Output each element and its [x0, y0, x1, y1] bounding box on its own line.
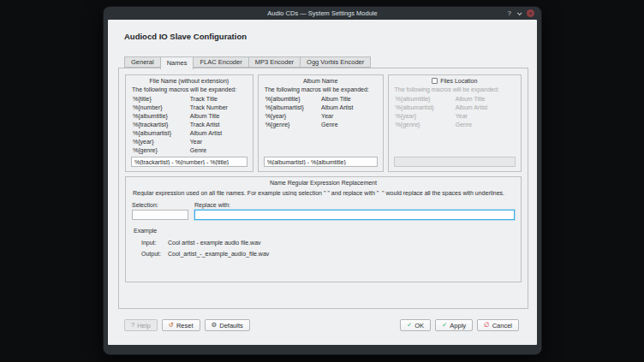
help-icon: ?	[131, 322, 134, 329]
macro-token: %{trackartist}	[133, 122, 190, 128]
file-name-pattern-input[interactable]	[131, 157, 247, 167]
macro-token: %{albumtitle}	[396, 96, 456, 102]
example-input-value: Cool artist - example audio file.wav	[168, 240, 261, 246]
settings-window: Audio CDs — System Settings Module ? × A…	[103, 6, 542, 355]
macro-row: %{albumtitle}Album Title	[264, 94, 378, 103]
regex-inputs-row: Selection: Replace with:	[132, 202, 515, 220]
titlebar[interactable]: Audio CDs — System Settings Module ? ×	[104, 7, 541, 20]
files-location-group: Files Location The following macros will…	[388, 74, 522, 172]
tab-bar: General Names FLAC Encoder MP3 Encoder O…	[124, 56, 370, 69]
macro-description: Genre	[190, 147, 247, 153]
example-output-label: Output:	[141, 251, 168, 257]
macro-row: %{genre}Genre	[394, 120, 516, 128]
macro-description: Album Artist	[321, 104, 377, 110]
macro-description: Genre	[321, 122, 377, 128]
help-button: ? Help	[124, 319, 158, 331]
regex-replacement-group: Name Regular Expression Replacement Regu…	[125, 176, 522, 282]
reset-icon: ↺	[169, 322, 174, 329]
tab-ogg-vorbis-encoder[interactable]: Ogg Vorbis Encoder	[300, 56, 371, 68]
defaults-button[interactable]: ⚙ Defaults	[205, 319, 250, 331]
selection-input[interactable]	[132, 210, 188, 220]
apply-button[interactable]: ✓ Apply	[435, 319, 473, 331]
macro-token: %{title}	[133, 96, 190, 102]
macro-description: Year	[456, 113, 516, 119]
macro-row: %{year}Year	[264, 111, 378, 120]
macro-description: Genre	[456, 122, 516, 128]
macro-row: %{albumartist}Album Artist	[394, 103, 516, 111]
macro-description: Album Artist	[456, 104, 516, 110]
macro-description: Album Title	[321, 96, 377, 102]
tab-general[interactable]: General	[124, 56, 161, 68]
file-name-group-intro: The following macros will be expanded:	[132, 86, 247, 92]
macro-token: %{albumartist}	[396, 104, 456, 110]
close-button[interactable]: ×	[527, 9, 534, 17]
macro-token: %{albumtitle}	[133, 113, 190, 119]
macro-description: Album Artist	[190, 130, 247, 136]
footer-right-buttons: ✓ OK ✓ Apply ∅ Cancel	[400, 319, 519, 331]
files-location-pattern-input	[394, 157, 516, 167]
macro-token: %{year}	[396, 113, 456, 119]
titlebar-buttons: ? ×	[508, 7, 534, 20]
macro-row: %{title}Track Title	[131, 94, 247, 103]
macro-description: Track Artist	[190, 122, 247, 128]
macro-description: Album Title	[190, 113, 247, 119]
macro-description: Track Title	[190, 96, 247, 102]
defaults-button-label: Defaults	[219, 322, 243, 329]
macro-row: %{albumartist}Album Artist	[131, 128, 247, 137]
file-name-group-title: File Name (without extension)	[131, 78, 247, 84]
macro-row: %{genre}Genre	[131, 145, 247, 154]
macro-token: %{number}	[133, 104, 190, 110]
apply-check-icon: ✓	[442, 322, 447, 329]
files-location-group-intro: The following macros will be expanded:	[395, 86, 516, 92]
tab-pane: File Name (without extension) The follow…	[118, 68, 528, 309]
window-title: Audio CDs — System Settings Module	[267, 9, 377, 17]
ok-check-icon: ✓	[407, 322, 412, 329]
files-location-title-row: Files Location	[394, 78, 516, 84]
example-input-label: Input:	[141, 240, 168, 246]
macro-token: %{year}	[265, 113, 321, 119]
reset-button-label: Reset	[176, 322, 194, 329]
titlebar-help-icon[interactable]: ?	[508, 10, 511, 17]
macro-row: %{trackartist}Track Artist	[131, 120, 247, 128]
macro-token: %{albumtitle}	[265, 96, 321, 102]
example-output-row: Output: Cool_artist_-_example_audio_file…	[132, 248, 515, 259]
macro-description: Year	[321, 113, 377, 119]
macro-row: %{albumtitle}Album Title	[131, 111, 247, 120]
files-location-group-title: Files Location	[440, 78, 477, 84]
files-location-checkbox[interactable]	[432, 78, 438, 84]
cancel-icon: ∅	[484, 322, 490, 329]
macro-row: %{year}Year	[131, 137, 247, 145]
groups-row: File Name (without extension) The follow…	[125, 74, 522, 172]
footer-button-bar: ? Help ↺ Reset ⚙ Defaults ✓ OK ✓	[124, 319, 519, 331]
tab-names[interactable]: Names	[160, 56, 194, 69]
macro-row: %{albumartist}Album Artist	[264, 103, 378, 111]
selection-label: Selection:	[132, 202, 188, 208]
album-name-group-title: Album Name	[264, 78, 378, 84]
page-title: Audiocd IO Slave Configuration	[124, 32, 247, 41]
ok-button-label: OK	[414, 322, 424, 329]
tab-mp3-encoder[interactable]: MP3 Encoder	[248, 56, 301, 68]
macro-description: Year	[190, 139, 247, 145]
macro-description: Album Title	[456, 96, 516, 102]
reset-button[interactable]: ↺ Reset	[162, 319, 200, 331]
window-content: Audiocd IO Slave Configuration General N…	[108, 20, 537, 345]
macro-token: %{genre}	[265, 122, 321, 128]
replace-with-label: Replace with:	[194, 202, 515, 208]
example-output-value: Cool_artist_-_example_audio_file.wav	[168, 251, 269, 257]
chevron-down-icon[interactable]	[517, 9, 521, 17]
replace-with-input[interactable]	[194, 210, 515, 220]
apply-button-label: Apply	[450, 322, 466, 329]
album-name-pattern-input[interactable]	[264, 157, 378, 167]
cancel-button[interactable]: ∅ Cancel	[477, 319, 519, 331]
example-input-row: Input: Cool artist - example audio file.…	[132, 237, 515, 248]
defaults-icon: ⚙	[212, 322, 218, 329]
ok-button[interactable]: ✓ OK	[400, 319, 431, 331]
macro-row: %{genre}Genre	[264, 120, 378, 128]
macro-row: %{albumtitle}Album Title	[394, 94, 516, 103]
selection-column: Selection:	[132, 202, 188, 220]
regex-group-title: Name Regular Expression Replacement	[132, 180, 515, 186]
macro-token: %{albumartist}	[133, 130, 190, 136]
tab-flac-encoder[interactable]: FLAC Encoder	[193, 56, 248, 68]
regex-description: Regular expression used on all file name…	[133, 190, 515, 196]
replace-column: Replace with:	[194, 202, 515, 220]
